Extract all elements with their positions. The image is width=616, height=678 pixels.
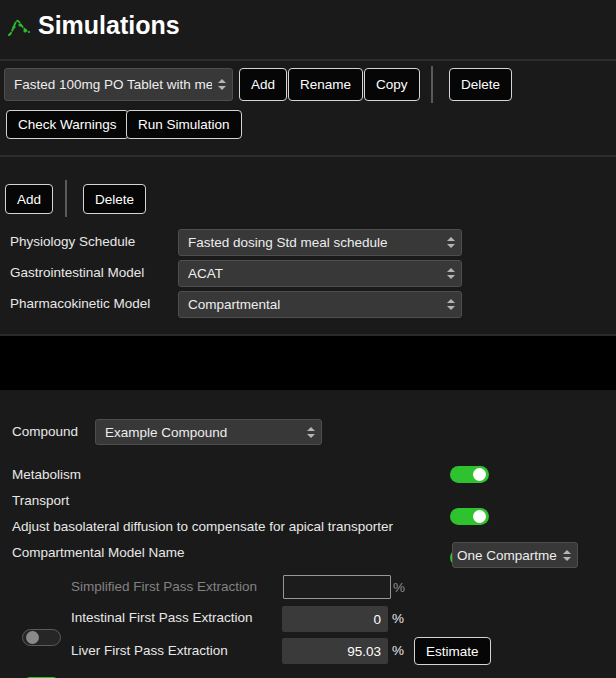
spinner-icon: [218, 79, 226, 90]
divider-top: [0, 59, 616, 61]
compartmental-model-name-label: Compartmental Model Name: [12, 545, 185, 561]
compound-select[interactable]: Example Compound: [95, 419, 322, 445]
spinner-icon: [563, 550, 571, 561]
run-simulation-button[interactable]: Run Simulation: [126, 110, 242, 139]
toggle-knob: [26, 631, 39, 644]
page-title: Simulations: [38, 11, 180, 40]
basolateral-adjust-label: Adjust basolateral diffusion to compensa…: [12, 519, 393, 535]
compartmental-model-select[interactable]: One Compartment: [452, 542, 578, 568]
liver-fpe-label: Liver First Pass Extraction: [71, 643, 228, 659]
app-header: Simulations: [0, 0, 616, 59]
liver-fpe-unit: %: [392, 643, 404, 659]
metabolism-toggle[interactable]: [450, 466, 489, 483]
gastrointestinal-model-label: Gastrointestinal Model: [10, 265, 144, 281]
liver-fpe-input[interactable]: [282, 638, 388, 664]
metabolism-label: Metabolism: [12, 467, 81, 483]
physiology-schedule-value: Fasted dosing Std meal schedule: [188, 235, 441, 250]
delete-simulation-button[interactable]: Delete: [449, 68, 512, 101]
toggle-knob: [473, 510, 486, 523]
transport-label: Transport: [12, 493, 69, 509]
delete-schedule-button[interactable]: Delete: [83, 184, 146, 214]
spinner-icon: [447, 237, 455, 248]
compound-settings-header[interactable]: Compound Settings: [0, 336, 616, 390]
compartmental-model-value: One Compartment: [457, 548, 557, 563]
compound-select-value: Example Compound: [105, 425, 301, 440]
estimate-button[interactable]: Estimate: [414, 637, 491, 665]
simulation-select-value: Fasted 100mg PO Tablet with meals: [14, 77, 212, 92]
gastrointestinal-model-select[interactable]: ACAT: [178, 260, 462, 287]
copy-simulation-button[interactable]: Copy: [364, 68, 420, 101]
intestinal-fpe-input[interactable]: [282, 606, 388, 632]
intestinal-fpe-unit: %: [392, 611, 404, 627]
pharmacokinetic-model-select[interactable]: Compartmental: [178, 291, 462, 318]
add-simulation-button[interactable]: Add: [239, 68, 287, 101]
spinner-icon: [447, 268, 455, 279]
check-warnings-button[interactable]: Check Warnings: [6, 110, 129, 139]
compound-label: Compound: [12, 424, 78, 440]
transport-toggle[interactable]: [450, 508, 489, 525]
toggle-knob: [473, 468, 486, 481]
intestinal-fpe-label: Intestinal First Pass Extraction: [71, 610, 253, 626]
simplified-fpe-unit: %: [393, 580, 405, 596]
simplified-fpe-input[interactable]: [283, 575, 391, 599]
divider-toolbar: [0, 155, 616, 157]
spinner-icon: [307, 427, 315, 438]
simplified-fpe-toggle[interactable]: [22, 629, 61, 646]
simulation-select[interactable]: Fasted 100mg PO Tablet with meals: [4, 68, 233, 101]
rename-simulation-button[interactable]: Rename: [288, 68, 363, 101]
add-schedule-button[interactable]: Add: [5, 184, 53, 214]
pharmacokinetic-model-value: Compartmental: [188, 297, 441, 312]
physiology-schedule-select[interactable]: Fasted dosing Std meal schedule: [178, 229, 462, 256]
pharmacokinetic-model-label: Pharmacokinetic Model: [10, 296, 150, 312]
schedule-separator: [65, 180, 67, 217]
spinner-icon: [447, 299, 455, 310]
gastrointestinal-model-value: ACAT: [188, 266, 441, 281]
simplified-fpe-label: Simplified First Pass Extraction: [71, 579, 257, 595]
physiology-schedule-label: Physiology Schedule: [10, 234, 135, 250]
pk-curve-icon: [7, 15, 31, 39]
toolbar-separator: [431, 66, 433, 103]
